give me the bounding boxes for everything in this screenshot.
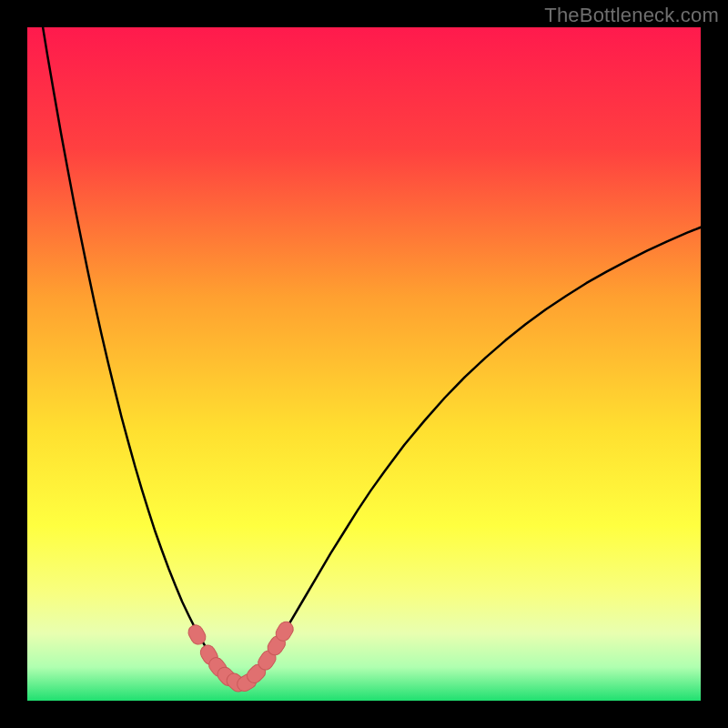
chart-frame: TheBottleneck.com [0,0,728,728]
bottleneck-chart [27,27,701,701]
watermark-text: TheBottleneck.com [544,4,719,27]
gradient-background [27,27,701,701]
plot-area [27,27,701,701]
